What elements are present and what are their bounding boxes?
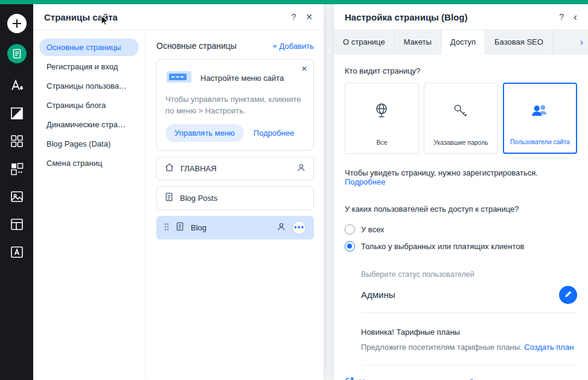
access-cards: Все Указавшие пароль Пользователи сай: [345, 83, 577, 154]
page-icon: [175, 221, 185, 233]
more-options-button[interactable]: ●●●: [292, 221, 306, 235]
status-select-label: Выберите статус пользователей: [361, 270, 577, 279]
menu-card-actions: Управлять меню Подробнее: [165, 124, 305, 142]
page-icon: [164, 192, 174, 204]
access-card-password[interactable]: Указавшие пароль: [424, 83, 498, 154]
radio-unchecked-icon[interactable]: [345, 224, 355, 235]
manage-menu-button[interactable]: Управлять меню: [165, 124, 244, 142]
help-icon[interactable]: ?: [559, 13, 564, 21]
page-row-label: Blog: [191, 223, 206, 232]
pages-nav: Основные страницы Регистрация и вход Стр…: [33, 30, 145, 379]
plans-text: Предложите посетителям тарифные планы. С…: [361, 343, 577, 366]
status-value: Админы: [361, 286, 551, 300]
settings-content: Кто видит страницу? Все Указавшие пароль: [334, 54, 588, 380]
settings-panel-header: Настройка страницы (Blog) ? ‹: [334, 4, 588, 30]
access-card-everyone[interactable]: Все: [345, 83, 419, 154]
plans-text-body: Предложите посетителям тарифные планы.: [361, 343, 522, 352]
page-settings-panel: Настройка страницы (Blog) ? ‹ О странице…: [334, 4, 588, 380]
settings-panel-title: Настройка страницы (Blog): [345, 12, 549, 22]
radio-label: Только у выбранных или платящих клиентов: [361, 242, 524, 251]
pages-panel-title: Страницы сайта: [44, 12, 281, 22]
help-icon[interactable]: ?: [291, 13, 296, 21]
which-users-question: У каких пользователей есть доступ к стра…: [345, 204, 577, 214]
page-row-home[interactable]: ГЛАВНАЯ: [156, 157, 314, 180]
close-icon[interactable]: ✕: [305, 13, 313, 21]
globe-icon: [372, 83, 391, 139]
pages-panel: Страницы сайта ? ✕ Основные страницы Рег…: [33, 4, 324, 380]
settings-tabs: О странице Макеты Доступ Базовая SEO ›: [334, 30, 588, 54]
manage-members-row: Управлять пользователями сайта: [345, 376, 577, 380]
status-row: Админы: [361, 286, 577, 313]
menu-card-description: Чтобы управлять пунктами, кликните по ме…: [165, 94, 303, 117]
pencil-icon: [564, 290, 573, 300]
background-icon[interactable]: [9, 106, 25, 121]
nav-item-member-pages[interactable]: Страницы пользова…: [39, 77, 139, 95]
manage-members-link[interactable]: Управлять пользователями сайта: [359, 378, 482, 380]
radio-selected-paying[interactable]: Только у выбранных или платящих клиентов: [345, 238, 577, 255]
page-row-blog[interactable]: Blog ●●●: [156, 216, 314, 239]
page-row-label: Blog Posts: [180, 194, 217, 203]
pages-panel-header: Страницы сайта ? ✕: [33, 4, 324, 30]
editor-toolbar: [0, 4, 33, 380]
who-sees-question: Кто видит страницу?: [345, 66, 577, 75]
page-row-label: ГЛАВНАЯ: [181, 164, 217, 173]
register-note-link[interactable]: Подробнее: [345, 177, 385, 186]
menu-card-title: Настройте меню сайта: [200, 74, 284, 83]
menu-learn-more-link[interactable]: Подробнее: [254, 128, 294, 138]
text-icon[interactable]: [9, 78, 25, 93]
members-access-icon: [276, 222, 286, 233]
pages-body: Основные страницы Регистрация и вход Стр…: [33, 30, 324, 379]
close-icon[interactable]: ✕: [301, 65, 307, 73]
app-market-icon[interactable]: [9, 133, 25, 149]
menu-card-top: Настройте меню сайта: [165, 68, 305, 88]
access-card-label: Все: [376, 139, 387, 146]
edit-status-button[interactable]: [559, 286, 577, 304]
register-note-text: Чтобы увидеть страницу, нужно зарегистри…: [345, 168, 538, 177]
pages-content-header: Основные страницы + Добавить: [156, 39, 314, 53]
access-details: Выберите статус пользователей Админы Нов…: [361, 270, 577, 366]
home-icon: [164, 162, 174, 174]
menu-illustration-icon: [165, 68, 193, 88]
members-access-icon: [296, 163, 306, 174]
access-card-site-members[interactable]: Пользователи сайта: [503, 83, 577, 154]
access-card-label: Указавшие пароль: [433, 139, 488, 146]
radio-checked-icon[interactable]: [345, 241, 355, 252]
tab-layouts[interactable]: Макеты: [395, 30, 441, 54]
editor-topbar: [0, 0, 588, 4]
add-page-link[interactable]: + Добавить: [272, 42, 314, 51]
nav-item-page-transitions[interactable]: Смена страниц: [39, 154, 139, 172]
access-card-label: Пользователи сайта: [510, 138, 570, 145]
menu-setup-card: ✕ Настройте меню сайта Чтобы управлять п…: [156, 59, 314, 151]
tab-basic-seo[interactable]: Базовая SEO: [485, 30, 553, 54]
blocks-icon[interactable]: [9, 161, 25, 177]
register-note: Чтобы увидеть страницу, нужно зарегистри…: [345, 168, 577, 186]
ellipsis-icon: ●●●: [294, 224, 305, 230]
create-plan-link[interactable]: Создать план: [524, 343, 574, 352]
nav-item-blog-pages[interactable]: Страницы блога: [39, 97, 139, 114]
nav-item-blog-pages-data[interactable]: Blog Pages (Data): [39, 135, 139, 153]
radio-label: У всех: [361, 225, 385, 234]
layout-icon[interactable]: [9, 217, 25, 232]
add-icon[interactable]: [7, 14, 27, 33]
tab-access[interactable]: Доступ: [441, 30, 485, 54]
tabs-scroll-right-icon[interactable]: ›: [553, 30, 588, 54]
nav-item-main-pages[interactable]: Основные страницы: [39, 39, 139, 56]
members-icon: [529, 84, 551, 138]
pages-content: Основные страницы + Добавить ✕ Настройте…: [145, 30, 324, 379]
external-link-icon: [345, 376, 354, 380]
pages-icon[interactable]: [7, 44, 27, 63]
page-row-blog-posts[interactable]: Blog Posts: [156, 186, 314, 210]
key-icon: [451, 83, 470, 139]
access-radios: У всех Только у выбранных или платящих к…: [345, 221, 577, 255]
media-icon[interactable]: [9, 189, 25, 204]
plans-title: Новинка! Тарифные планы: [361, 328, 577, 337]
nav-item-signup-login[interactable]: Регистрация и вход: [39, 58, 139, 75]
drag-handle-icon[interactable]: [164, 223, 169, 233]
radio-everyone[interactable]: У всех: [345, 221, 577, 238]
text-box-icon[interactable]: [9, 244, 25, 260]
pages-group-title: Основные страницы: [156, 41, 237, 51]
nav-item-dynamic-pages[interactable]: Динамические стра…: [39, 116, 139, 133]
collapse-icon[interactable]: ‹: [574, 11, 577, 22]
tab-about[interactable]: О странице: [334, 30, 395, 54]
